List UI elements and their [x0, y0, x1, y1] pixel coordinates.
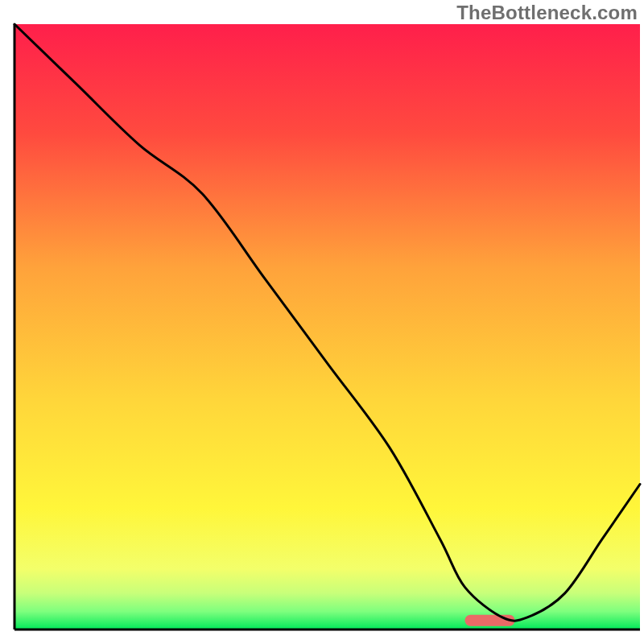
watermark-label: TheBottleneck.com — [456, 2, 638, 24]
bottleneck-chart — [0, 0, 644, 644]
chart-stage: TheBottleneck.com — [0, 0, 644, 644]
